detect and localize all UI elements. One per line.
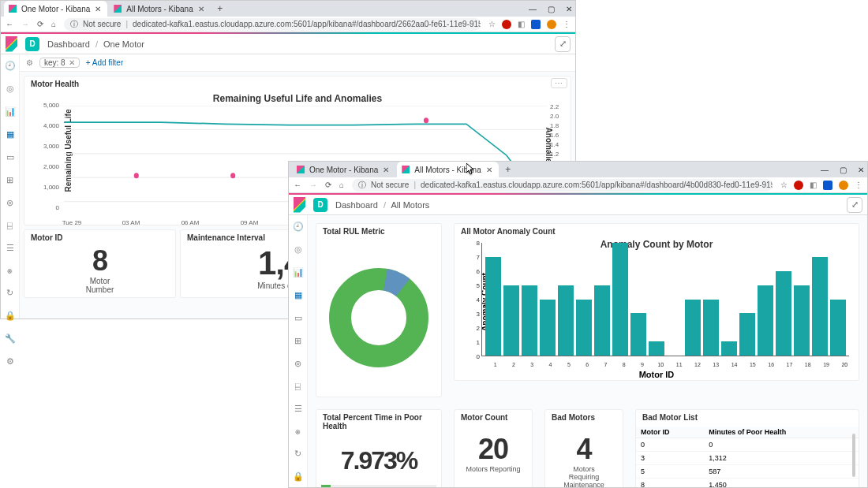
close-window-icon[interactable]: ✕ xyxy=(858,166,864,174)
panel-menu-icon[interactable]: ⋯ xyxy=(551,78,567,88)
metric-sub: MotorsRequiringMaintenance xyxy=(545,466,623,487)
dashboard-icon[interactable]: ▦ xyxy=(294,290,302,300)
new-tab-button[interactable]: + xyxy=(212,1,228,17)
x-tick: 19 xyxy=(823,362,829,367)
devtools-icon[interactable]: 🔧 xyxy=(5,333,16,344)
close-window-icon[interactable]: ✕ xyxy=(566,5,572,13)
y2-tick: 1.8 xyxy=(550,122,559,129)
tab-all-motors[interactable]: All Motors - Kibana ✕ xyxy=(397,162,498,177)
dashboard-icon[interactable]: ▦ xyxy=(6,129,14,140)
close-icon[interactable]: ✕ xyxy=(383,166,389,174)
recently-viewed-icon[interactable]: 🕘 xyxy=(293,222,304,232)
ml-icon[interactable]: ⊚ xyxy=(6,198,13,208)
canvas-icon[interactable]: ▭ xyxy=(294,313,302,323)
x-tick: 1 xyxy=(494,362,497,367)
url-field[interactable]: ⓘ Not secure | dedicated-kafka1.eastus.c… xyxy=(352,179,773,192)
canvas-icon[interactable]: ▭ xyxy=(6,152,14,162)
maps-icon[interactable]: ⊞ xyxy=(6,175,13,185)
kibana-logo-icon[interactable] xyxy=(294,197,305,213)
fullscreen-button[interactable]: ⤢ xyxy=(847,197,862,213)
maps-icon[interactable]: ⊞ xyxy=(294,336,301,346)
back-icon[interactable]: ← xyxy=(294,181,301,189)
logs-icon[interactable]: ☰ xyxy=(6,243,14,253)
table-header[interactable]: Motor ID xyxy=(636,427,704,438)
uptime-icon[interactable]: ↻ xyxy=(6,288,13,298)
fullscreen-button[interactable]: ⤢ xyxy=(555,36,571,52)
extension-icon[interactable]: ◧ xyxy=(810,181,817,189)
close-icon[interactable]: ✕ xyxy=(95,5,101,13)
tab-label: One Motor - Kibana xyxy=(21,5,90,13)
table-header[interactable]: Minutes of Poor Health xyxy=(704,427,859,438)
discover-icon[interactable]: ◎ xyxy=(6,84,14,94)
avatar-icon[interactable] xyxy=(839,181,848,190)
window-controls: — ▢ ✕ xyxy=(821,162,864,177)
maximize-icon[interactable]: ▢ xyxy=(548,5,555,13)
filter-pill[interactable]: key: 8 ✕ xyxy=(39,58,80,68)
table-row[interactable]: 31,312 xyxy=(636,452,859,465)
menu-icon[interactable]: ⋮ xyxy=(563,20,571,28)
breadcrumb-root[interactable]: Dashboard xyxy=(47,39,90,49)
breadcrumb-leaf: One Motor xyxy=(103,39,144,49)
home-icon[interactable]: ⌂ xyxy=(339,181,344,189)
x-tick: 18 xyxy=(805,362,811,367)
logs-icon[interactable]: ☰ xyxy=(294,404,302,414)
minimize-icon[interactable]: — xyxy=(821,166,829,174)
url-field[interactable]: ⓘ Not secure | dedicated-kafka1.eastus.c… xyxy=(64,18,481,31)
reload-icon[interactable]: ⟳ xyxy=(37,20,43,28)
extension-opera-icon[interactable] xyxy=(794,181,803,190)
extension-m-icon[interactable] xyxy=(823,181,832,190)
kibana-favicon xyxy=(297,166,305,173)
space-icon[interactable]: D xyxy=(25,37,39,51)
uptime-icon[interactable]: ↻ xyxy=(294,449,301,459)
infra-icon[interactable]: ⌸ xyxy=(295,382,301,391)
tab-one-motor[interactable]: One Motor - Kibana ✕ xyxy=(4,1,107,17)
kibana-logo-icon[interactable] xyxy=(6,36,17,52)
extension-icon[interactable]: ◧ xyxy=(518,20,525,28)
siem-icon[interactable]: 🔒 xyxy=(5,311,16,321)
star-icon[interactable]: ☆ xyxy=(780,181,788,189)
visualize-icon[interactable]: 📊 xyxy=(5,106,16,117)
management-icon[interactable]: ⚙ xyxy=(6,356,14,367)
tab-one-motor[interactable]: One Motor - Kibana ✕ xyxy=(292,162,395,177)
bar xyxy=(649,341,664,356)
visualize-icon[interactable]: 📊 xyxy=(293,267,304,278)
forward-icon[interactable]: → xyxy=(21,20,29,28)
tab-all-motors[interactable]: All Motors - Kibana ✕ xyxy=(109,1,210,17)
apm-icon[interactable]: ⎈ xyxy=(7,266,13,275)
remove-filter-icon[interactable]: ✕ xyxy=(69,58,75,67)
discover-icon[interactable]: ◎ xyxy=(294,244,302,255)
minimize-icon[interactable]: — xyxy=(529,5,537,13)
home-icon[interactable]: ⌂ xyxy=(51,20,56,28)
panel-percent-poor-health: Total Percent Time in Poor Health 7.973% xyxy=(316,409,442,487)
infra-icon[interactable]: ⌸ xyxy=(7,221,13,230)
star-icon[interactable]: ☆ xyxy=(488,20,496,28)
avatar-icon[interactable] xyxy=(547,20,556,29)
forward-icon[interactable]: → xyxy=(309,181,317,189)
close-icon[interactable]: ✕ xyxy=(486,166,492,174)
info-icon: ⓘ xyxy=(358,180,366,191)
menu-icon[interactable]: ⋮ xyxy=(855,181,862,189)
svg-point-6 xyxy=(134,173,139,178)
siem-icon[interactable]: 🔒 xyxy=(293,471,304,482)
table-row[interactable]: 81,450 xyxy=(636,479,859,488)
extension-opera-icon[interactable] xyxy=(502,20,511,29)
maximize-icon[interactable]: ▢ xyxy=(840,166,847,174)
reload-icon[interactable]: ⟳ xyxy=(325,181,331,189)
back-icon[interactable]: ← xyxy=(6,20,13,28)
ml-icon[interactable]: ⊚ xyxy=(294,359,301,369)
x-tick: 7 xyxy=(604,362,607,367)
add-filter-button[interactable]: + Add filter xyxy=(86,58,124,67)
gear-icon[interactable]: ⚙ xyxy=(26,58,33,67)
breadcrumb-root[interactable]: Dashboard xyxy=(335,200,378,210)
x-tick: 3 xyxy=(530,362,533,367)
table-row[interactable]: 5587 xyxy=(636,465,859,479)
table-row[interactable]: 00 xyxy=(636,438,859,452)
x-tick: 6 xyxy=(586,362,589,367)
new-tab-button[interactable]: + xyxy=(500,162,516,177)
scrollbar[interactable] xyxy=(852,434,855,477)
apm-icon[interactable]: ⎈ xyxy=(295,427,301,436)
recently-viewed-icon[interactable]: 🕘 xyxy=(5,61,16,71)
close-icon[interactable]: ✕ xyxy=(198,5,204,13)
extension-m-icon[interactable] xyxy=(531,20,541,29)
space-icon[interactable]: D xyxy=(313,198,327,212)
